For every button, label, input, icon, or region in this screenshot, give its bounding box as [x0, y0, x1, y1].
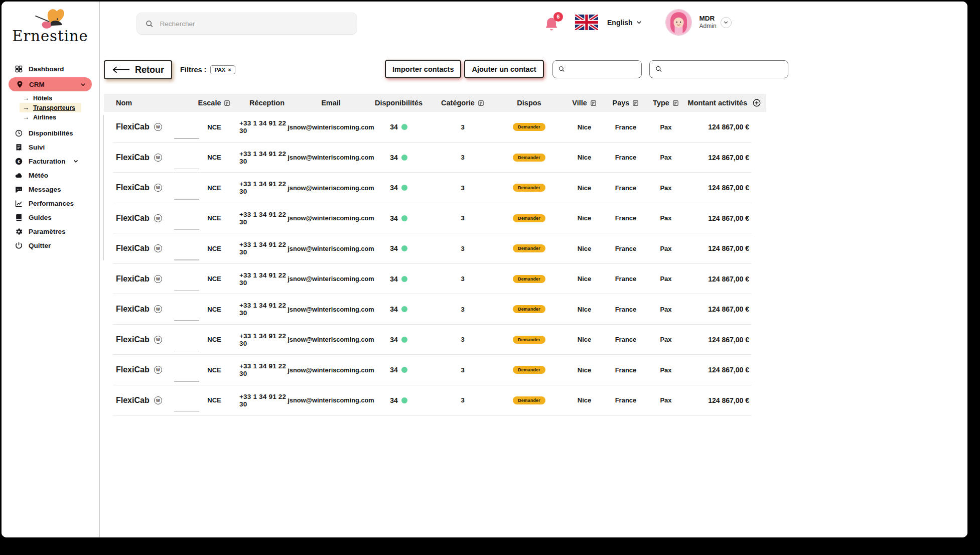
- table-row[interactable]: FlexiCab W NCE +33 1 34 91 22 30 jsnow@w…: [104, 264, 766, 295]
- table-search-input-1[interactable]: [569, 65, 636, 73]
- language-selector[interactable]: English: [607, 19, 643, 27]
- cell-email: jsnow@winteriscoming.com: [295, 396, 367, 404]
- back-button[interactable]: Retour: [104, 60, 172, 79]
- arrow-right-icon: →: [23, 104, 29, 111]
- cell-categorie: 3: [430, 245, 495, 252]
- table-row[interactable]: FlexiCab W NCE +33 1 34 91 22 30 jsnow@w…: [104, 203, 766, 234]
- sidebar-item-performances[interactable]: Performances: [2, 196, 99, 210]
- sidebar-item-parametres[interactable]: Paramètres: [2, 224, 99, 238]
- global-search-input[interactable]: [160, 20, 349, 28]
- remove-filter-icon[interactable]: ×: [228, 67, 231, 73]
- demander-badge[interactable]: Demander: [513, 214, 545, 222]
- table-search-2[interactable]: [649, 60, 788, 78]
- cell-pays: France: [606, 214, 646, 222]
- column-header-dispos: Dispos: [495, 99, 563, 107]
- column-header-label: Email: [321, 99, 341, 107]
- cell-montant: 124 867,00 €: [686, 396, 766, 404]
- cell-disponibilites: 34: [367, 184, 430, 192]
- user-info: MDR Admin: [699, 15, 717, 31]
- cell-disponibilites: 34: [367, 244, 430, 252]
- filter-icon[interactable]: [478, 100, 484, 106]
- cell-reception: +33 1 34 91 22 30: [239, 180, 295, 195]
- import-contacts-button[interactable]: Importer contacts: [385, 60, 461, 78]
- cell-pays: France: [606, 245, 646, 252]
- cell-reception: +33 1 34 91 22 30: [239, 271, 295, 287]
- cell-email: jsnow@winteriscoming.com: [295, 336, 367, 343]
- demander-badge[interactable]: Demander: [513, 366, 545, 374]
- sidebar-item-disponibilites[interactable]: Disponibilités: [2, 126, 99, 140]
- cell-ville: Nice: [563, 366, 606, 374]
- table-search-input-2[interactable]: [666, 65, 783, 73]
- table-row[interactable]: FlexiCab W NCE +33 1 34 91 22 30 jsnow@w…: [104, 233, 766, 264]
- table-row[interactable]: FlexiCab W NCE +33 1 34 91 22 30 jsnow@w…: [104, 385, 766, 416]
- cell-reception: +33 1 34 91 22 30: [239, 393, 295, 408]
- cell-nom: FlexiCab W: [104, 214, 189, 223]
- cell-reception: +33 1 34 91 22 30: [239, 211, 295, 226]
- cell-categorie: 3: [430, 275, 495, 283]
- filter-icon[interactable]: [632, 100, 639, 106]
- global-search[interactable]: [136, 13, 357, 35]
- uk-flag-icon[interactable]: [575, 15, 598, 30]
- table-row[interactable]: FlexiCab W NCE +33 1 34 91 22 30 jsnow@w…: [104, 173, 766, 203]
- cell-escale: NCE: [189, 154, 239, 161]
- cell-categorie: 3: [430, 214, 495, 222]
- demander-badge[interactable]: Demander: [513, 123, 545, 131]
- column-header-reception: Réception: [239, 99, 295, 107]
- filter-icon[interactable]: [224, 100, 230, 106]
- demander-badge[interactable]: Demander: [513, 244, 545, 252]
- cell-reception: +33 1 34 91 22 30: [239, 119, 295, 134]
- grid-icon: [15, 65, 23, 73]
- table-row[interactable]: FlexiCab W NCE +33 1 34 91 22 30 jsnow@w…: [104, 325, 766, 355]
- sidebar-item-crm[interactable]: CRM: [9, 77, 92, 91]
- sidebar-item-hotels[interactable]: → Hôtels: [20, 93, 58, 103]
- w-logo-icon: W: [154, 154, 162, 162]
- table-row[interactable]: FlexiCab W NCE +33 1 34 91 22 30 jsnow@w…: [104, 112, 766, 143]
- circle-plus-icon[interactable]: [752, 98, 761, 107]
- cell-email: jsnow@winteriscoming.com: [295, 184, 367, 192]
- notifications-bell-icon[interactable]: 6: [543, 12, 562, 33]
- demander-badge[interactable]: Demander: [513, 336, 545, 344]
- w-logo-icon: W: [154, 336, 162, 344]
- table-search-1[interactable]: [552, 60, 642, 78]
- filter-icon[interactable]: [590, 100, 597, 106]
- add-contact-button[interactable]: Ajouter un contact: [464, 60, 543, 78]
- table-row[interactable]: FlexiCab W NCE +33 1 34 91 22 30 jsnow@w…: [104, 143, 766, 173]
- dispo-count: 34: [390, 366, 398, 374]
- sidebar-item-guides[interactable]: Guides: [2, 210, 99, 224]
- cell-ville: Nice: [563, 396, 606, 404]
- search-icon: [655, 65, 662, 73]
- sidebar-item-messages[interactable]: Messages: [2, 182, 99, 196]
- demander-badge[interactable]: Demander: [513, 305, 545, 313]
- sidebar-item-dashboard[interactable]: Dashboard: [2, 62, 99, 76]
- cell-reception: +33 1 34 91 22 30: [239, 362, 295, 377]
- cell-reception: +33 1 34 91 22 30: [239, 150, 295, 165]
- gear-icon: [15, 227, 23, 236]
- sidebar-item-transporteurs[interactable]: → Transporteurs: [20, 103, 81, 112]
- demander-badge[interactable]: Demander: [513, 184, 545, 192]
- filter-chip-pax[interactable]: PAX ×: [210, 65, 235, 74]
- table-row[interactable]: FlexiCab W NCE +33 1 34 91 22 30 jsnow@w…: [104, 294, 766, 325]
- avatar[interactable]: [666, 10, 691, 35]
- cell-reception: +33 1 34 91 22 30: [239, 332, 295, 347]
- demander-badge[interactable]: Demander: [513, 396, 545, 404]
- cell-disponibilites: 34: [367, 275, 430, 283]
- column-header-montant: Montant activités: [686, 98, 766, 107]
- cell-escale: NCE: [189, 184, 239, 192]
- map-pin-icon: [16, 80, 24, 89]
- cell-dispos: Demander: [495, 244, 563, 252]
- sidebar-item-label: Airlines: [33, 114, 56, 121]
- contact-name: FlexiCab: [116, 153, 150, 162]
- filter-icon[interactable]: [672, 100, 679, 106]
- sidebar-item-meteo[interactable]: Météo: [2, 168, 99, 182]
- user-menu-button[interactable]: [721, 17, 732, 28]
- cell-ville: Nice: [563, 306, 606, 313]
- demander-badge[interactable]: Demander: [513, 154, 545, 162]
- arrow-right-icon: →: [23, 113, 29, 121]
- sidebar-item-airlines[interactable]: → Airlines: [20, 112, 62, 122]
- sidebar-item-suivi[interactable]: Suivi: [2, 140, 99, 154]
- sidebar-item-facturation[interactable]: € Facturation: [2, 154, 99, 168]
- table-row[interactable]: FlexiCab W NCE +33 1 34 91 22 30 jsnow@w…: [104, 355, 766, 385]
- demander-badge[interactable]: Demander: [513, 275, 545, 283]
- sidebar-item-quitter[interactable]: Quitter: [2, 238, 99, 252]
- cell-disponibilites: 34: [367, 123, 430, 131]
